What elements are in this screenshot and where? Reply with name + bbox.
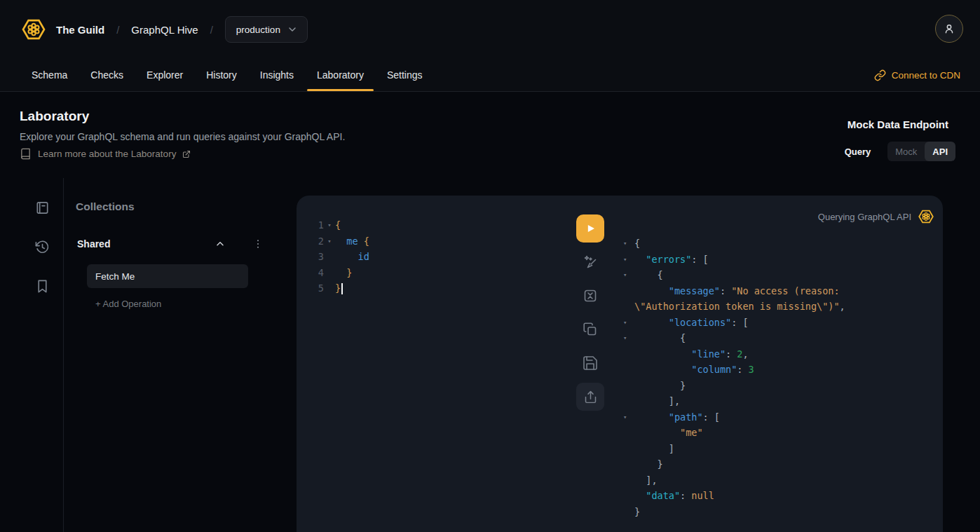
graphiql-workbench: 1▾{2▾ me {3 id4 }5} Querying GraphQL API [297,196,943,532]
endpoint-title: Mock Data Endpoint [848,118,948,130]
group-menu-button[interactable] [251,237,265,251]
sidebar-divider [63,178,64,532]
external-link-icon [182,150,191,158]
kebab-menu-icon [252,238,264,250]
chevron-down-icon [287,24,298,35]
docs-icon [34,200,50,216]
save-icon [582,355,599,371]
collapse-group-button[interactable] [213,237,227,251]
learn-more-link[interactable]: Learn more about the Laboratory [20,148,191,160]
prettify-sparkle-icon [582,254,599,271]
endpoint-query-label: Query [845,146,871,157]
primary-tabs: SchemaChecksExplorerHistoryInsightsLabor… [22,59,433,91]
page-subtitle: Explore your GraphQL schema and run quer… [20,131,345,142]
endpoint-option-mock[interactable]: Mock [887,142,925,161]
hive-logo-icon[interactable] [20,15,48,43]
bookmarks-panel-button[interactable] [33,277,51,295]
book-icon [20,148,32,160]
prettify-button[interactable] [582,254,599,271]
collection-operation[interactable]: Fetch Me [87,264,248,288]
breadcrumb-org[interactable]: The Guild [56,24,104,36]
tab-laboratory[interactable]: Laboratory [307,59,374,91]
history-icon [34,239,50,255]
run-query-button[interactable] [576,214,604,243]
tab-insights[interactable]: Insights [250,59,304,91]
breadcrumb-project[interactable]: GraphQL Hive [131,24,198,36]
endpoint-toggle-row: Query MockAPI [845,142,955,161]
tab-explorer[interactable]: Explorer [137,59,193,91]
tab-history[interactable]: History [196,59,247,91]
tab-checks[interactable]: Checks [81,59,133,91]
text-cursor [341,283,343,294]
chevron-up-icon [215,238,226,250]
learn-more-label: Learn more about the Laboratory [38,149,176,159]
app-window: The Guild / GraphQL Hive / production Sc… [0,0,980,532]
bookmark-icon [34,278,50,294]
merge-icon [582,287,599,304]
target-selector[interactable]: production [225,16,308,43]
query-editor[interactable]: 1▾{2▾ me {3 id4 }5} [318,217,369,296]
hive-logo-icon [917,207,935,226]
response-endpoint-label: Querying GraphQL API [818,212,911,222]
share-operation-button[interactable] [576,383,604,411]
copy-icon [582,321,599,338]
docs-panel-button[interactable] [33,198,51,217]
breadcrumb-separator: / [116,24,119,36]
endpoint-toggle: MockAPI [887,142,955,161]
save-operation-button[interactable] [582,355,599,371]
tab-settings[interactable]: Settings [377,59,433,91]
play-icon [583,221,598,236]
primary-nav: SchemaChecksExplorerHistoryInsightsLabor… [22,59,960,91]
history-panel-button[interactable] [33,238,51,256]
mock-data-endpoint: Mock Data Endpoint Query MockAPI [845,118,955,161]
tab-schema[interactable]: Schema [22,59,77,91]
target-selector-value: production [236,25,280,35]
endpoint-option-api[interactable]: API [925,142,955,161]
app-header: The Guild / GraphQL Hive / production Sc… [0,0,980,92]
merge-fragments-button[interactable] [582,287,599,304]
collection-group-label: Shared [77,238,213,250]
response-header: Querying GraphQL API [818,207,935,226]
collection-group-shared[interactable]: Shared [77,237,265,251]
breadcrumb-separator: / [210,24,213,36]
connect-to-cdn-label: Connect to CDN [892,70,960,81]
copy-query-button[interactable] [582,321,599,338]
breadcrumb: The Guild / GraphQL Hive / production [20,0,308,59]
share-upload-icon [583,390,598,404]
response-viewer: ▾{▾ "errors": [▾ { "message": "No access… [623,236,845,519]
add-operation-button[interactable]: + Add Operation [95,299,161,309]
connect-to-cdn-link[interactable]: Connect to CDN [874,59,960,91]
collections-title: Collections [76,200,135,213]
page-title: Laboratory [20,109,89,124]
person-icon [942,22,956,36]
link-icon [874,69,886,81]
user-avatar[interactable] [935,15,963,43]
